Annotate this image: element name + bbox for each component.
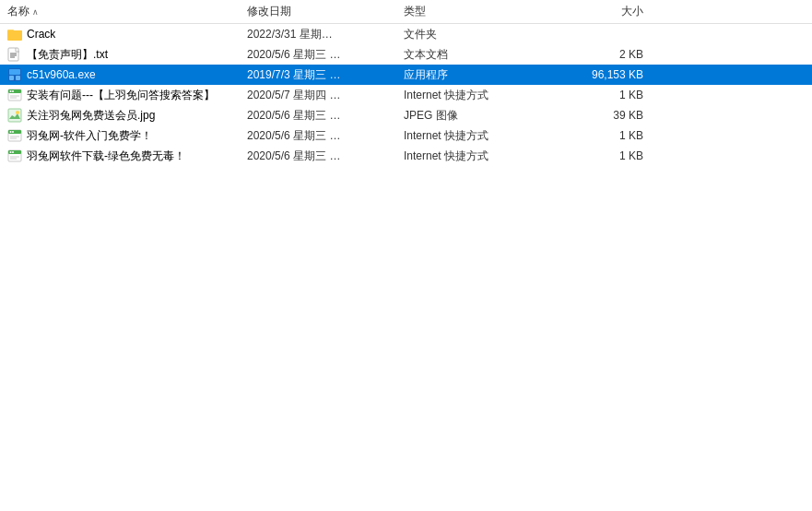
svg-point-28 [12, 151, 14, 153]
table-row[interactable]: 羽兔网-软件入门免费学！ 2020/5/6 星期三 … Internet 快捷方… [0, 125, 812, 146]
file-name-cell: 【免责声明】.txt [7, 47, 247, 63]
file-name-cell: 羽兔网软件下载-绿色免费无毒！ [7, 149, 247, 164]
table-row[interactable]: 关注羽兔网免费送会员.jpg 2020/5/6 星期三 … JPEG 图像 39… [0, 105, 812, 125]
column-date-label: 修改日期 [247, 5, 291, 18]
svg-rect-8 [9, 69, 20, 75]
table-row[interactable]: c51v960a.exe 2019/7/3 星期三 … 应用程序 96,153 … [0, 65, 812, 85]
table-row[interactable]: Crack 2022/3/31 星期… 文件夹 [0, 24, 812, 44]
sort-arrow-icon: ∧ [32, 7, 39, 17]
column-headers: 名称 ∧ 修改日期 类型 大小 [0, 0, 812, 24]
file-type: JPEG 图像 [404, 108, 551, 124]
file-name-cell: Crack [7, 27, 247, 42]
jpg-icon [7, 108, 22, 123]
column-type-header[interactable]: 类型 [404, 4, 551, 19]
file-name: 羽兔网-软件入门免费学！ [27, 128, 152, 144]
svg-point-13 [10, 90, 12, 92]
column-name-label: 名称 [7, 4, 29, 19]
column-size-header[interactable]: 大小 [551, 4, 643, 19]
file-type: 文本文档 [404, 47, 551, 63]
file-size: 1 KB [551, 129, 643, 142]
file-explorer: 名称 ∧ 修改日期 类型 大小 Crack 2022/3/31 星期… 文件夹 [0, 0, 812, 511]
column-size-label: 大小 [621, 5, 643, 18]
file-size: 39 KB [551, 109, 643, 122]
svg-point-14 [12, 90, 14, 92]
file-date: 2020/5/7 星期四 … [247, 88, 404, 103]
file-name: 安装有问题---【上羽免问答搜索答案】 [27, 88, 215, 103]
svg-rect-3 [8, 48, 18, 61]
file-type: Internet 快捷方式 [404, 128, 551, 144]
column-name-header[interactable]: 名称 ∧ [7, 4, 247, 19]
file-size: 2 KB [551, 48, 643, 61]
file-type: 应用程序 [404, 67, 551, 83]
table-row[interactable]: 【免责声明】.txt 2020/5/6 星期三 … 文本文档 2 KB [0, 44, 812, 65]
txt-icon [7, 47, 22, 62]
url-icon [7, 88, 22, 102]
svg-point-21 [10, 131, 12, 133]
file-name: 【免责声明】.txt [27, 47, 108, 63]
column-type-label: 类型 [404, 5, 426, 18]
file-size: 1 KB [551, 89, 643, 101]
file-name-cell: 羽兔网-软件入门免费学！ [7, 128, 247, 144]
svg-rect-17 [8, 109, 21, 122]
file-name: 关注羽兔网免费送会员.jpg [27, 108, 155, 124]
file-type: Internet 快捷方式 [404, 88, 551, 103]
file-date: 2020/5/6 星期三 … [247, 108, 404, 124]
file-type: Internet 快捷方式 [404, 149, 551, 164]
svg-point-22 [12, 131, 14, 133]
file-date: 2020/5/6 星期三 … [247, 149, 404, 164]
folder-icon [7, 27, 22, 42]
file-size: 1 KB [551, 149, 643, 162]
file-date: 2020/5/6 星期三 … [247, 47, 404, 63]
file-name: c51v960a.exe [27, 68, 96, 81]
file-name: 羽兔网软件下载-绿色免费无毒！ [27, 149, 185, 164]
file-name-cell: c51v960a.exe [7, 67, 247, 82]
file-date: 2020/5/6 星期三 … [247, 128, 404, 144]
url-icon [7, 149, 22, 163]
table-row[interactable]: 安装有问题---【上羽免问答搜索答案】 2020/5/7 星期四 … Inter… [0, 85, 812, 105]
file-list: Crack 2022/3/31 星期… 文件夹 【免责声明】.txt 2020/… [0, 24, 812, 511]
file-type: 文件夹 [404, 27, 551, 42]
file-date: 2022/3/31 星期… [247, 27, 404, 42]
file-name: Crack [27, 28, 55, 41]
svg-point-27 [10, 151, 12, 153]
svg-rect-9 [9, 76, 14, 80]
file-name-cell: 安装有问题---【上羽免问答搜索答案】 [7, 88, 247, 103]
table-row[interactable]: 羽兔网软件下载-绿色免费无毒！ 2020/5/6 星期三 … Internet … [0, 146, 812, 166]
svg-rect-10 [16, 76, 20, 80]
exe-icon [7, 67, 22, 82]
file-size: 96,153 KB [551, 68, 643, 81]
file-date: 2019/7/3 星期三 … [247, 67, 404, 83]
svg-point-18 [16, 111, 19, 114]
column-date-header[interactable]: 修改日期 [247, 4, 404, 19]
url-icon [7, 128, 22, 143]
svg-rect-2 [7, 30, 22, 40]
file-name-cell: 关注羽兔网免费送会员.jpg [7, 108, 247, 124]
